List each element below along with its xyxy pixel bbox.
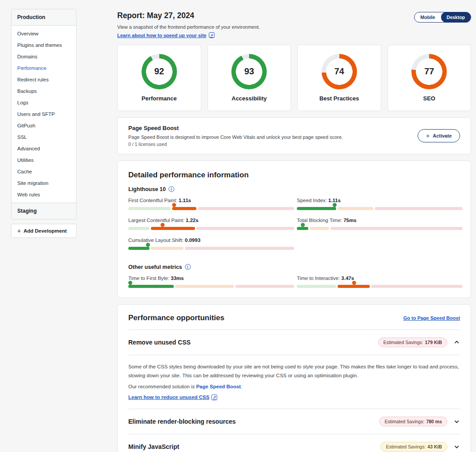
speed-index-bar — [297, 207, 460, 210]
metric-largest-contentful-paint: Largest Contentful Paint: 1.22s — [128, 218, 292, 230]
savings-badge: Estimated Savings: 43 KiB — [380, 442, 447, 452]
accessibility-score-label: Accessibility — [232, 95, 267, 102]
other-metrics-label: Other useful metrics — [128, 264, 182, 270]
info-icon[interactable]: i — [185, 264, 191, 270]
savings-badge: Estimated Savings: 780 ms — [379, 417, 447, 426]
accordion-body-remove-unused-css: Some of the CSS styles being downloaded … — [118, 355, 471, 409]
sidebar-item-advanced[interactable]: Advanced — [12, 143, 76, 154]
activate-button-label: Activate — [433, 133, 452, 138]
report-header: Report: May 27, 2024 View a snapshot of … — [117, 11, 471, 39]
learn-reduce-unused-css-link[interactable]: Learn how to reduce unused CSS ↗ — [128, 395, 217, 400]
page-speed-boost-description: Page Speed Boost is designed to improve … — [128, 134, 343, 140]
opportunities-title: Performance opportunities — [128, 314, 224, 322]
add-development-label: Add Development — [23, 228, 67, 234]
add-development-button[interactable]: + Add Development — [11, 224, 77, 238]
other-metrics-subheading: Other useful metrics i — [128, 264, 460, 270]
go-to-page-speed-boost-link[interactable]: Go to Page Speed Boost — [403, 315, 460, 321]
page-speed-boost-card: Page Speed Boost Page Speed Boost is des… — [117, 117, 471, 154]
device-toggle: Mobile Desktop — [414, 12, 471, 23]
opportunities-header: Performance opportunities Go to Page Spe… — [118, 305, 471, 329]
desktop-toggle-button[interactable]: Desktop — [441, 12, 471, 23]
plus-icon: + — [426, 134, 430, 138]
metric-speed-index: Speed Index: 1.11s — [297, 198, 460, 210]
activate-button[interactable]: + Activate — [418, 129, 460, 142]
chevron-down-icon[interactable] — [453, 418, 460, 425]
opportunity-title: Eliminate render-blocking resources — [128, 418, 236, 425]
score-card-performance: 92 Performance — [117, 45, 201, 111]
seo-score-value: 77 — [424, 66, 434, 77]
sidebar-item-web-rules[interactable]: Web rules — [12, 189, 76, 200]
seo-score-donut: 77 — [411, 54, 447, 89]
external-link-icon: ↗ — [211, 395, 217, 400]
sidebar-item-utilities[interactable]: Utilities — [12, 154, 76, 166]
time-to-first-byte-bar — [128, 285, 292, 288]
opportunity-description: Some of the CSS styles being downloaded … — [128, 362, 460, 380]
accordion-header-minify-javascript[interactable]: Minify JavaScript Estimated Savings: 43 … — [118, 434, 471, 452]
performance-score-donut: 92 — [142, 54, 177, 89]
sidebar-item-ssl[interactable]: SSL — [12, 131, 76, 143]
info-icon[interactable]: i — [169, 186, 174, 192]
sidebar-item-gitpush[interactable]: GitPush — [12, 120, 76, 131]
sidebar-item-users-and-sftp[interactable]: Users and SFTP — [12, 108, 76, 120]
accordion-header-remove-unused-css[interactable]: Remove unused CSS Estimated Savings: 179… — [118, 330, 471, 355]
sidebar-item-overview[interactable]: Overview — [12, 28, 76, 39]
external-link-icon: ↗ — [209, 32, 215, 38]
seo-score-label: SEO — [423, 95, 435, 102]
score-card-accessibility: 93 Accessibility — [207, 45, 292, 111]
lighthouse-metrics-grid: First Contentful Paint: 1.11s Speed Inde… — [128, 198, 460, 257]
performance-opportunities-card: Performance opportunities Go to Page Spe… — [117, 304, 471, 452]
plus-icon: + — [17, 229, 21, 233]
sidebar-item-performance[interactable]: Performance — [12, 62, 76, 74]
first-contentful-paint-bar — [128, 207, 292, 210]
score-card-best-practices: 74 Best Practices — [297, 45, 381, 111]
speed-up-site-link-label: Learn about how to speed up your site — [117, 33, 207, 38]
sidebar-item-domains[interactable]: Domains — [12, 51, 76, 62]
metric-time-to-interactive: Time to Interactive: 3.47s — [297, 276, 460, 288]
opportunity-title: Minify JavaScript — [128, 443, 179, 450]
score-cards: 92 Performance 93 Accessibility 74 Best … — [117, 45, 471, 111]
sidebar: Production Overview Plugins and themes D… — [11, 9, 77, 238]
cumulative-layout-shift-bar — [128, 247, 292, 250]
time-to-interactive-bar — [297, 285, 460, 288]
page-speed-boost-title: Page Speed Boost — [128, 125, 343, 131]
sidebar-section-staging[interactable]: Staging — [12, 203, 76, 219]
licenses-used-text: 0 / 1 licenses used — [128, 142, 343, 147]
sidebar-nav: Overview Plugins and themes Domains Perf… — [12, 26, 76, 203]
savings-badge: Estimated Savings: 179 KiB — [378, 337, 447, 347]
environment-nav-card: Production Overview Plugins and themes D… — [11, 9, 77, 219]
recommended-solution-text: Our recommended solution is Page Speed B… — [128, 384, 460, 389]
sidebar-item-site-migration[interactable]: Site migration — [12, 177, 76, 189]
metric-cumulative-layout-shift: Cumulative Layout Shift: 0.0993 — [128, 237, 292, 250]
mobile-toggle-button[interactable]: Mobile — [415, 12, 441, 23]
sidebar-section-production[interactable]: Production — [12, 9, 76, 26]
sidebar-item-backups[interactable]: Backups — [12, 85, 76, 97]
page-speed-boost-link[interactable]: Page Speed Boost — [196, 384, 241, 389]
opportunity-title: Remove unused CSS — [128, 339, 191, 346]
metric-time-to-first-byte: Time to First Byte: 33ms — [128, 276, 292, 288]
total-blocking-time-bar — [297, 227, 460, 230]
best-practices-score-donut: 74 — [322, 54, 357, 89]
chevron-up-icon[interactable] — [453, 339, 460, 345]
accessibility-score-value: 93 — [244, 66, 254, 77]
speed-up-site-link[interactable]: Learn about how to speed up your site ↗ — [117, 32, 215, 38]
other-metrics-grid: Time to First Byte: 33ms Time to Interac… — [128, 276, 460, 288]
lighthouse-label: Lighthouse 10 — [128, 186, 166, 192]
best-practices-score-value: 74 — [334, 66, 344, 77]
accordion-remove-unused-css: Remove unused CSS Estimated Savings: 179… — [118, 330, 471, 409]
sidebar-item-cache[interactable]: Cache — [12, 166, 76, 177]
metric-first-contentful-paint: First Contentful Paint: 1.11s — [128, 198, 292, 210]
metric-total-blocking-time: Total Blocking Time: 75ms — [297, 218, 460, 230]
performance-score-value: 92 — [154, 66, 164, 77]
accessibility-score-donut: 93 — [231, 54, 267, 89]
best-practices-score-label: Best Practices — [319, 95, 359, 102]
largest-contentful-paint-bar — [128, 227, 292, 230]
score-card-seo: 77 SEO — [388, 45, 472, 111]
page-speed-boost-info: Page Speed Boost Page Speed Boost is des… — [128, 125, 343, 147]
chevron-down-icon[interactable] — [453, 444, 460, 450]
sidebar-item-logs[interactable]: Logs — [12, 97, 76, 108]
detailed-performance-title: Detailed performance information — [128, 171, 460, 180]
sidebar-item-redirect-rules[interactable]: Redirect rules — [12, 74, 76, 85]
sidebar-item-plugins-and-themes[interactable]: Plugins and themes — [12, 39, 76, 51]
accordion-header-eliminate-render-blocking[interactable]: Eliminate render-blocking resources Esti… — [118, 409, 471, 434]
report-subtitle: View a snapshot of the frontend performa… — [117, 24, 471, 30]
